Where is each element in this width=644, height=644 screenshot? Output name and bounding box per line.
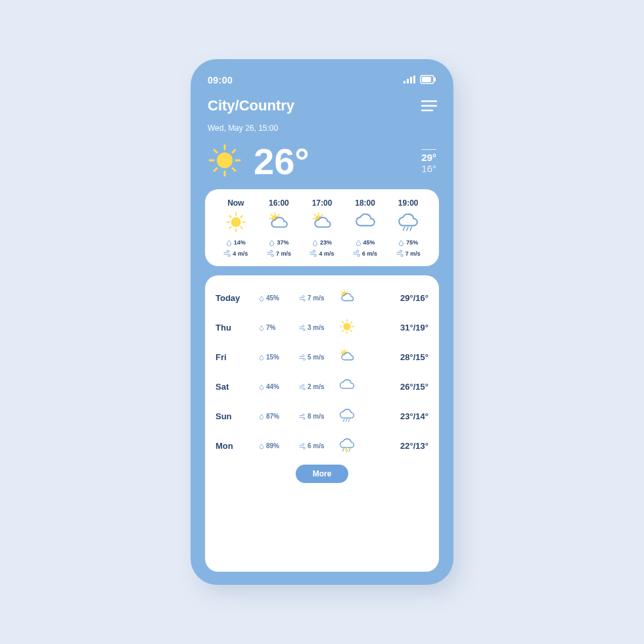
svg-line-54 <box>351 322 352 323</box>
svg-line-18 <box>233 150 235 152</box>
precip-label: 23% <box>312 239 332 246</box>
daily-item[interactable]: Fri 15% 5 m/s 28°/15° <box>216 342 428 372</box>
hourly-forecast-card: Now 14% 4 m/s 16:00 37% 7 m/s 17:00 23% … <box>205 189 439 266</box>
hourly-item[interactable]: 18:00 45% 6 m/s <box>344 198 387 257</box>
wind-label: 4 m/s <box>310 250 334 257</box>
hourly-item[interactable]: 16:00 37% 7 m/s <box>258 198 301 257</box>
wind-label: 6 m/s <box>353 250 377 257</box>
hourly-item[interactable]: Now 14% 4 m/s <box>214 198 258 257</box>
rain-icon <box>398 212 419 235</box>
svg-line-45 <box>347 291 348 292</box>
svg-line-60 <box>343 419 344 422</box>
wind-label: 7 m/s <box>396 250 421 257</box>
precip-label: 45% <box>356 239 375 246</box>
precip-label: 75% <box>398 239 418 246</box>
svg-line-24 <box>229 216 231 217</box>
day-name: Sun <box>216 411 255 421</box>
temp-high: 29° <box>421 152 436 163</box>
menu-button[interactable] <box>419 99 436 112</box>
svg-rect-0 <box>403 81 405 83</box>
svg-line-27 <box>241 216 242 217</box>
svg-line-52 <box>351 331 352 332</box>
svg-line-15 <box>214 150 217 152</box>
wind-label: 8 m/s <box>299 413 335 420</box>
status-time: 09:00 <box>208 75 233 85</box>
precip-label: 44% <box>259 383 295 390</box>
date-label: Wed, May 26, 15:00 <box>205 117 439 141</box>
more-button[interactable]: More <box>296 465 349 483</box>
current-temp: 26° <box>254 143 310 180</box>
signal-icon <box>403 75 415 85</box>
daily-item[interactable]: Mon 89% 6 m/s 22°/13° <box>216 431 428 461</box>
precip-label: 37% <box>269 239 288 246</box>
svg-line-64 <box>349 449 350 451</box>
wind-label: 3 m/s <box>299 324 335 331</box>
daily-item[interactable]: Sun 87% 8 m/s 23°/14° <box>216 402 428 431</box>
daily-item[interactable]: Thu 7% 3 m/s 31°/19° <box>216 313 428 342</box>
svg-rect-3 <box>413 76 415 83</box>
status-bar: 09:00 <box>205 74 439 92</box>
svg-line-59 <box>347 350 348 351</box>
svg-line-25 <box>241 227 242 228</box>
hour-time: 17:00 <box>312 198 333 208</box>
sun-cloud-icon <box>311 212 333 235</box>
wind-label: 4 m/s <box>223 250 248 257</box>
svg-point-46 <box>343 323 350 330</box>
sun-cloud-icon <box>268 212 289 235</box>
wind-label: 7 m/s <box>267 250 291 257</box>
battery-icon <box>421 75 436 85</box>
day-name: Today <box>216 293 255 303</box>
precip-label: 7% <box>259 324 295 331</box>
precip-label: 45% <box>259 294 295 302</box>
temp-range: 31°/19° <box>369 323 428 333</box>
daily-forecast-card: Today 45% 7 m/s 29°/16° Thu 7% 3 m/s 31°… <box>205 275 439 572</box>
svg-line-61 <box>346 419 347 422</box>
sun-icon <box>225 212 246 235</box>
svg-rect-1 <box>407 79 409 83</box>
wind-label: 2 m/s <box>299 383 335 390</box>
sun-cloud-icon <box>339 289 365 307</box>
svg-line-16 <box>233 168 235 171</box>
cloud-icon <box>339 378 365 396</box>
svg-line-40 <box>410 227 411 230</box>
daily-item[interactable]: Today 45% 7 m/s 29°/16° <box>216 283 428 313</box>
svg-line-51 <box>342 322 344 323</box>
hour-time: 18:00 <box>355 198 375 208</box>
svg-point-19 <box>231 218 241 227</box>
svg-line-63 <box>343 449 344 451</box>
svg-rect-5 <box>422 77 431 82</box>
wind-label: 6 m/s <box>299 442 335 449</box>
temp-range: 23°/14° <box>369 411 428 421</box>
temp-range: 29°/16° <box>369 293 428 303</box>
temp-low: 16° <box>421 163 436 174</box>
day-name: Thu <box>216 323 255 333</box>
svg-rect-6 <box>434 78 436 81</box>
svg-line-58 <box>341 350 342 351</box>
phone-frame: 09:00 City/Country <box>191 59 453 585</box>
temp-range: 26°/15° <box>369 382 428 392</box>
svg-line-38 <box>403 227 405 230</box>
precip-label: 14% <box>226 239 246 246</box>
svg-line-39 <box>407 227 408 230</box>
svg-line-37 <box>321 214 323 216</box>
precip-label: 15% <box>259 354 295 361</box>
storm-icon <box>339 437 365 455</box>
hour-time: 16:00 <box>269 198 289 208</box>
sun-icon <box>339 319 365 336</box>
cloud-icon <box>355 212 376 235</box>
svg-line-44 <box>341 291 342 292</box>
day-name: Fri <box>216 352 255 362</box>
hour-time: 19:00 <box>398 198 419 208</box>
hourly-item[interactable]: 19:00 75% 7 m/s <box>386 198 430 257</box>
svg-line-36 <box>314 214 315 216</box>
sun-icon <box>208 143 242 180</box>
daily-item[interactable]: Sat 44% 2 m/s 26°/15° <box>216 372 428 402</box>
day-name: Sat <box>216 382 255 392</box>
hourly-item[interactable]: 17:00 23% 4 m/s <box>300 198 344 257</box>
svg-line-26 <box>229 227 231 228</box>
rain-icon <box>339 407 365 425</box>
sun-cloud-icon <box>339 348 365 366</box>
location-title: City/Country <box>208 97 294 114</box>
svg-line-62 <box>348 419 350 422</box>
temp-range: 28°/15° <box>369 352 428 362</box>
